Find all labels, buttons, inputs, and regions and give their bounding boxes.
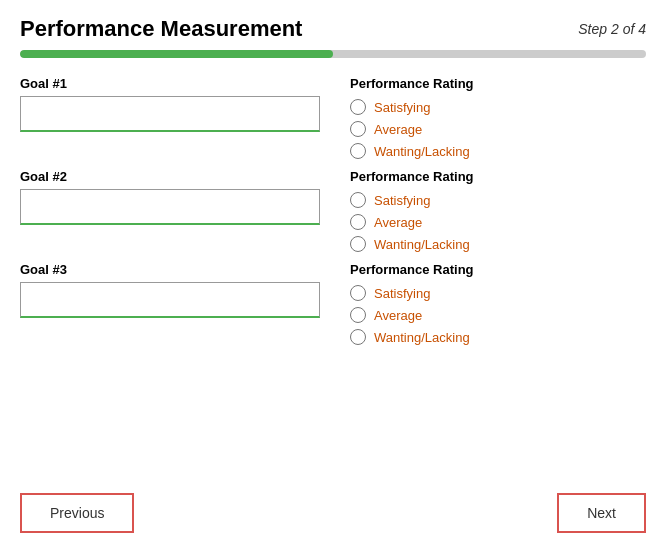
radio-label-1-3: Wanting/Lacking: [374, 144, 470, 159]
progress-bar-container: [20, 50, 646, 58]
rating-label-1: Performance Rating: [350, 76, 646, 91]
radio-option-2-2[interactable]: Average: [350, 214, 646, 230]
goal-left-3: Goal #3: [20, 262, 330, 318]
goal-label-2: Goal #2: [20, 169, 330, 184]
step-label: Step 2 of 4: [578, 21, 646, 37]
goal-row-1: Goal #1Performance RatingSatisfyingAvera…: [20, 76, 646, 159]
radio-label-1-1: Satisfying: [374, 100, 430, 115]
goal-right-2: Performance RatingSatisfyingAverageWanti…: [350, 169, 646, 252]
goal-right-3: Performance RatingSatisfyingAverageWanti…: [350, 262, 646, 345]
radio-label-3-3: Wanting/Lacking: [374, 330, 470, 345]
radio-label-1-2: Average: [374, 122, 422, 137]
header-row: Performance Measurement Step 2 of 4: [20, 16, 646, 42]
radio-option-3-2[interactable]: Average: [350, 307, 646, 323]
radio-input-2-2[interactable]: [350, 214, 366, 230]
radio-group-3: SatisfyingAverageWanting/Lacking: [350, 285, 646, 345]
radio-input-2-3[interactable]: [350, 236, 366, 252]
goal-label-1: Goal #1: [20, 76, 330, 91]
radio-group-2: SatisfyingAverageWanting/Lacking: [350, 192, 646, 252]
radio-input-3-3[interactable]: [350, 329, 366, 345]
radio-option-1-3[interactable]: Wanting/Lacking: [350, 143, 646, 159]
radio-label-3-1: Satisfying: [374, 286, 430, 301]
radio-option-2-1[interactable]: Satisfying: [350, 192, 646, 208]
next-button[interactable]: Next: [557, 493, 646, 533]
goal-row-3: Goal #3Performance RatingSatisfyingAvera…: [20, 262, 646, 345]
page-title: Performance Measurement: [20, 16, 302, 42]
radio-input-1-2[interactable]: [350, 121, 366, 137]
radio-label-2-2: Average: [374, 215, 422, 230]
page-container: Performance Measurement Step 2 of 4 Goal…: [0, 0, 666, 549]
goals-section: Goal #1Performance RatingSatisfyingAvera…: [20, 76, 646, 469]
radio-option-1-2[interactable]: Average: [350, 121, 646, 137]
radio-option-3-1[interactable]: Satisfying: [350, 285, 646, 301]
radio-input-3-2[interactable]: [350, 307, 366, 323]
goal-label-3: Goal #3: [20, 262, 330, 277]
goal-right-1: Performance RatingSatisfyingAverageWanti…: [350, 76, 646, 159]
goal-input-3[interactable]: [20, 282, 320, 318]
previous-button[interactable]: Previous: [20, 493, 134, 533]
radio-input-1-1[interactable]: [350, 99, 366, 115]
goal-left-2: Goal #2: [20, 169, 330, 225]
progress-bar-fill: [20, 50, 333, 58]
radio-label-3-2: Average: [374, 308, 422, 323]
radio-input-2-1[interactable]: [350, 192, 366, 208]
rating-label-2: Performance Rating: [350, 169, 646, 184]
radio-label-2-1: Satisfying: [374, 193, 430, 208]
footer-row: Previous Next: [20, 485, 646, 533]
radio-option-2-3[interactable]: Wanting/Lacking: [350, 236, 646, 252]
radio-input-3-1[interactable]: [350, 285, 366, 301]
goal-input-1[interactable]: [20, 96, 320, 132]
radio-group-1: SatisfyingAverageWanting/Lacking: [350, 99, 646, 159]
radio-option-3-3[interactable]: Wanting/Lacking: [350, 329, 646, 345]
radio-label-2-3: Wanting/Lacking: [374, 237, 470, 252]
radio-option-1-1[interactable]: Satisfying: [350, 99, 646, 115]
goal-left-1: Goal #1: [20, 76, 330, 132]
goal-input-2[interactable]: [20, 189, 320, 225]
radio-input-1-3[interactable]: [350, 143, 366, 159]
goal-row-2: Goal #2Performance RatingSatisfyingAvera…: [20, 169, 646, 252]
rating-label-3: Performance Rating: [350, 262, 646, 277]
